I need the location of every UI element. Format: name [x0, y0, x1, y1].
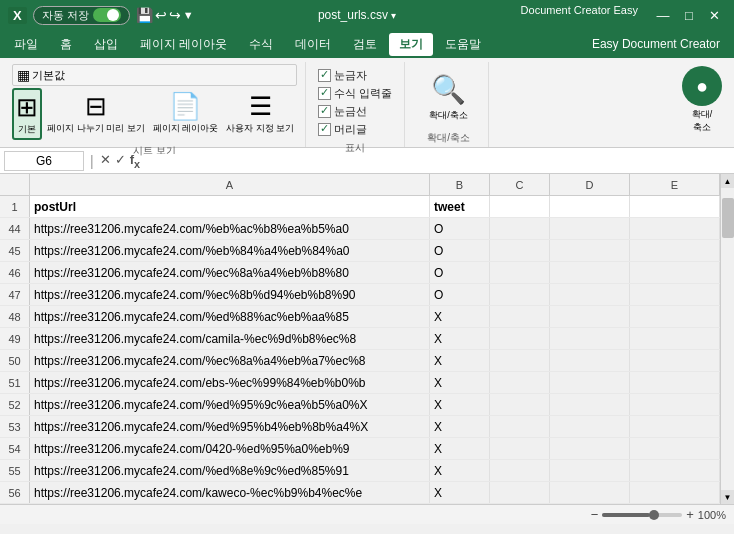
vertical-scrollbar[interactable]: ▲ ▼ — [720, 174, 734, 504]
cell-44-a[interactable]: https://ree31206.mycafe24.com/%eb%ac%b8%… — [30, 218, 430, 239]
default-view-btn[interactable]: ▦ 기본값 — [12, 64, 297, 86]
cell-54-d[interactable] — [550, 438, 630, 459]
col-header-d[interactable]: D — [550, 174, 630, 195]
scroll-track[interactable] — [721, 188, 735, 490]
gridlines-checkbox-row[interactable]: 눈금선 — [318, 104, 392, 119]
cell-51-a[interactable]: https://ree31206.mycafe24.com/ebs-%ec%99… — [30, 372, 430, 393]
headings-checkbox-row[interactable]: 머리글 — [318, 122, 392, 137]
autosave-toggle[interactable] — [93, 8, 121, 22]
formula-bar-checkbox[interactable] — [318, 87, 331, 100]
menu-item-help[interactable]: 도움말 — [435, 33, 491, 56]
formula-input[interactable] — [144, 154, 730, 168]
cell-50-e[interactable] — [630, 350, 720, 371]
ruler-checkbox-row[interactable]: 눈금자 — [318, 68, 392, 83]
menu-item-formulas[interactable]: 수식 — [239, 33, 283, 56]
cell-56-b[interactable]: X — [430, 482, 490, 503]
cell-48-d[interactable] — [550, 306, 630, 327]
cell-53-a[interactable]: https://ree31206.mycafe24.com/%ed%95%b4%… — [30, 416, 430, 437]
cell-52-d[interactable] — [550, 394, 630, 415]
cell-47-c[interactable] — [490, 284, 550, 305]
cell-44-d[interactable] — [550, 218, 630, 239]
gridlines-checkbox[interactable] — [318, 105, 331, 118]
cell-46-a[interactable]: https://ree31206.mycafe24.com/%ec%8a%a4%… — [30, 262, 430, 283]
cell-45-d[interactable] — [550, 240, 630, 261]
menu-item-view[interactable]: 보기 — [389, 33, 433, 56]
scroll-up-btn[interactable]: ▲ — [721, 174, 735, 188]
cell-49-e[interactable] — [630, 328, 720, 349]
page-break-preview-btn[interactable]: ⊟ 페이지 나누기 미리 보기 — [44, 88, 148, 140]
cell-reference-input[interactable] — [4, 151, 84, 171]
cell-55-c[interactable] — [490, 460, 550, 481]
cell-49-a[interactable]: https://ree31206.mycafe24.com/camila-%ec… — [30, 328, 430, 349]
cell-48-e[interactable] — [630, 306, 720, 327]
insert-function-icon[interactable]: fx — [130, 152, 140, 170]
cell-46-e[interactable] — [630, 262, 720, 283]
confirm-formula-icon[interactable]: ✓ — [115, 152, 126, 170]
headings-checkbox[interactable] — [318, 123, 331, 136]
cell-49-b[interactable]: X — [430, 328, 490, 349]
cell-56-c[interactable] — [490, 482, 550, 503]
menu-item-home[interactable]: 홈 — [50, 33, 82, 56]
minimize-button[interactable]: — — [652, 4, 674, 26]
easy-doc-circle-btn[interactable]: ● — [682, 66, 722, 106]
more-icon[interactable]: ▼ — [183, 9, 194, 21]
menu-item-page-layout[interactable]: 페이지 레이아웃 — [130, 33, 237, 56]
cell-53-b[interactable]: X — [430, 416, 490, 437]
cell-53-e[interactable] — [630, 416, 720, 437]
cell-52-c[interactable] — [490, 394, 550, 415]
cell-50-c[interactable] — [490, 350, 550, 371]
cell-46-b[interactable]: O — [430, 262, 490, 283]
save-icon[interactable]: 💾 — [136, 7, 153, 23]
cell-48-a[interactable]: https://ree31206.mycafe24.com/%ed%88%ac%… — [30, 306, 430, 327]
cell-56-e[interactable] — [630, 482, 720, 503]
col-header-b[interactable]: B — [430, 174, 490, 195]
cell-45-b[interactable]: O — [430, 240, 490, 261]
cell-46-d[interactable] — [550, 262, 630, 283]
cell-1-d[interactable] — [550, 196, 630, 217]
cell-44-c[interactable] — [490, 218, 550, 239]
cell-55-a[interactable]: https://ree31206.mycafe24.com/%ed%8e%9c%… — [30, 460, 430, 481]
cell-50-b[interactable]: X — [430, 350, 490, 371]
cell-56-d[interactable] — [550, 482, 630, 503]
menu-item-review[interactable]: 검토 — [343, 33, 387, 56]
cell-54-b[interactable]: X — [430, 438, 490, 459]
cell-47-b[interactable]: O — [430, 284, 490, 305]
zoom-out-btn[interactable]: − — [591, 507, 599, 522]
basic-view-btn[interactable]: ⊞ 기본 — [12, 88, 42, 140]
cell-47-d[interactable] — [550, 284, 630, 305]
formula-bar-checkbox-row[interactable]: 수식 입력줄 — [318, 86, 392, 101]
cell-1-a[interactable]: postUrl — [30, 196, 430, 217]
scroll-thumb[interactable] — [722, 198, 734, 238]
cell-48-c[interactable] — [490, 306, 550, 327]
cell-51-d[interactable] — [550, 372, 630, 393]
cell-1-c[interactable] — [490, 196, 550, 217]
zoom-icon[interactable]: 🔍 — [431, 73, 466, 106]
zoom-label-btn[interactable]: 확대/축소 — [429, 109, 468, 122]
cell-49-c[interactable] — [490, 328, 550, 349]
redo-icon[interactable]: ↪ — [169, 7, 181, 23]
zoom-in-btn[interactable]: + — [686, 507, 694, 522]
cell-46-c[interactable] — [490, 262, 550, 283]
cell-48-b[interactable]: X — [430, 306, 490, 327]
cell-44-b[interactable]: O — [430, 218, 490, 239]
col-header-a[interactable]: A — [30, 174, 430, 195]
cancel-formula-icon[interactable]: ✕ — [100, 152, 111, 170]
menu-item-data[interactable]: 데이터 — [285, 33, 341, 56]
menu-item-insert[interactable]: 삽입 — [84, 33, 128, 56]
cell-56-a[interactable]: https://ree31206.mycafe24.com/kaweco-%ec… — [30, 482, 430, 503]
cell-52-b[interactable]: X — [430, 394, 490, 415]
cell-54-a[interactable]: https://ree31206.mycafe24.com/0420-%ed%9… — [30, 438, 430, 459]
cell-1-b[interactable]: tweet — [430, 196, 490, 217]
cell-47-e[interactable] — [630, 284, 720, 305]
scroll-down-btn[interactable]: ▼ — [721, 490, 735, 504]
cell-52-a[interactable]: https://ree31206.mycafe24.com/%ed%95%9c%… — [30, 394, 430, 415]
cell-50-a[interactable]: https://ree31206.mycafe24.com/%ec%8a%a4%… — [30, 350, 430, 371]
cell-55-e[interactable] — [630, 460, 720, 481]
menu-item-file[interactable]: 파일 — [4, 33, 48, 56]
cell-50-d[interactable] — [550, 350, 630, 371]
cell-51-b[interactable]: X — [430, 372, 490, 393]
zoom-slider-thumb[interactable] — [649, 510, 659, 520]
cell-45-e[interactable] — [630, 240, 720, 261]
cell-45-c[interactable] — [490, 240, 550, 261]
cell-45-a[interactable]: https://ree31206.mycafe24.com/%eb%84%a4%… — [30, 240, 430, 261]
